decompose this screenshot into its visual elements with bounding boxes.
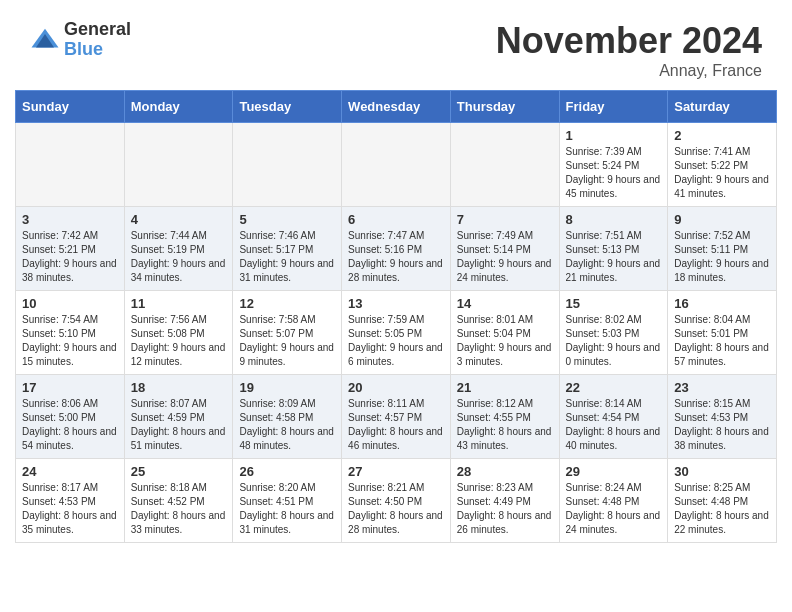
day-info: Sunrise: 7:39 AMSunset: 5:24 PMDaylight:…: [566, 145, 662, 201]
calendar-day-cell: 22Sunrise: 8:14 AMSunset: 4:54 PMDayligh…: [559, 375, 668, 459]
calendar-table: SundayMondayTuesdayWednesdayThursdayFrid…: [15, 90, 777, 543]
day-info: Sunrise: 7:44 AMSunset: 5:19 PMDaylight:…: [131, 229, 227, 285]
day-number: 30: [674, 464, 770, 479]
day-number: 2: [674, 128, 770, 143]
day-number: 21: [457, 380, 553, 395]
calendar-day-cell: 6Sunrise: 7:47 AMSunset: 5:16 PMDaylight…: [342, 207, 451, 291]
day-number: 20: [348, 380, 444, 395]
calendar-day-cell: [16, 123, 125, 207]
day-number: 5: [239, 212, 335, 227]
day-info: Sunrise: 8:01 AMSunset: 5:04 PMDaylight:…: [457, 313, 553, 369]
calendar-day-cell: 24Sunrise: 8:17 AMSunset: 4:53 PMDayligh…: [16, 459, 125, 543]
day-info: Sunrise: 8:18 AMSunset: 4:52 PMDaylight:…: [131, 481, 227, 537]
logo-general: General: [64, 20, 131, 40]
calendar-day-cell: 10Sunrise: 7:54 AMSunset: 5:10 PMDayligh…: [16, 291, 125, 375]
calendar-day-cell: 1Sunrise: 7:39 AMSunset: 5:24 PMDaylight…: [559, 123, 668, 207]
day-info: Sunrise: 8:04 AMSunset: 5:01 PMDaylight:…: [674, 313, 770, 369]
calendar-day-cell: 21Sunrise: 8:12 AMSunset: 4:55 PMDayligh…: [450, 375, 559, 459]
day-info: Sunrise: 8:23 AMSunset: 4:49 PMDaylight:…: [457, 481, 553, 537]
day-info: Sunrise: 8:02 AMSunset: 5:03 PMDaylight:…: [566, 313, 662, 369]
day-number: 27: [348, 464, 444, 479]
day-info: Sunrise: 7:56 AMSunset: 5:08 PMDaylight:…: [131, 313, 227, 369]
day-number: 25: [131, 464, 227, 479]
day-info: Sunrise: 7:46 AMSunset: 5:17 PMDaylight:…: [239, 229, 335, 285]
calendar-day-cell: [233, 123, 342, 207]
logo-icon: [30, 25, 60, 55]
day-info: Sunrise: 7:49 AMSunset: 5:14 PMDaylight:…: [457, 229, 553, 285]
calendar-day-cell: 7Sunrise: 7:49 AMSunset: 5:14 PMDaylight…: [450, 207, 559, 291]
calendar-day-cell: 11Sunrise: 7:56 AMSunset: 5:08 PMDayligh…: [124, 291, 233, 375]
calendar-header-row: SundayMondayTuesdayWednesdayThursdayFrid…: [16, 91, 777, 123]
day-number: 11: [131, 296, 227, 311]
day-number: 6: [348, 212, 444, 227]
weekday-header: Wednesday: [342, 91, 451, 123]
day-number: 16: [674, 296, 770, 311]
day-info: Sunrise: 8:14 AMSunset: 4:54 PMDaylight:…: [566, 397, 662, 453]
day-number: 15: [566, 296, 662, 311]
day-info: Sunrise: 7:47 AMSunset: 5:16 PMDaylight:…: [348, 229, 444, 285]
day-number: 28: [457, 464, 553, 479]
day-info: Sunrise: 8:12 AMSunset: 4:55 PMDaylight:…: [457, 397, 553, 453]
day-info: Sunrise: 8:15 AMSunset: 4:53 PMDaylight:…: [674, 397, 770, 453]
day-number: 13: [348, 296, 444, 311]
day-info: Sunrise: 7:58 AMSunset: 5:07 PMDaylight:…: [239, 313, 335, 369]
calendar-week-row: 10Sunrise: 7:54 AMSunset: 5:10 PMDayligh…: [16, 291, 777, 375]
calendar-day-cell: 17Sunrise: 8:06 AMSunset: 5:00 PMDayligh…: [16, 375, 125, 459]
day-info: Sunrise: 8:07 AMSunset: 4:59 PMDaylight:…: [131, 397, 227, 453]
day-number: 22: [566, 380, 662, 395]
day-info: Sunrise: 8:21 AMSunset: 4:50 PMDaylight:…: [348, 481, 444, 537]
day-info: Sunrise: 8:06 AMSunset: 5:00 PMDaylight:…: [22, 397, 118, 453]
month-title: November 2024: [496, 20, 762, 62]
day-number: 9: [674, 212, 770, 227]
day-number: 19: [239, 380, 335, 395]
calendar-day-cell: 18Sunrise: 8:07 AMSunset: 4:59 PMDayligh…: [124, 375, 233, 459]
calendar-week-row: 24Sunrise: 8:17 AMSunset: 4:53 PMDayligh…: [16, 459, 777, 543]
calendar-day-cell: 4Sunrise: 7:44 AMSunset: 5:19 PMDaylight…: [124, 207, 233, 291]
calendar-day-cell: [450, 123, 559, 207]
day-number: 18: [131, 380, 227, 395]
calendar-day-cell: 5Sunrise: 7:46 AMSunset: 5:17 PMDaylight…: [233, 207, 342, 291]
calendar-day-cell: 25Sunrise: 8:18 AMSunset: 4:52 PMDayligh…: [124, 459, 233, 543]
weekday-header: Monday: [124, 91, 233, 123]
calendar-day-cell: 29Sunrise: 8:24 AMSunset: 4:48 PMDayligh…: [559, 459, 668, 543]
day-number: 3: [22, 212, 118, 227]
day-info: Sunrise: 8:20 AMSunset: 4:51 PMDaylight:…: [239, 481, 335, 537]
calendar-day-cell: [342, 123, 451, 207]
page-header: General Blue November 2024 Annay, France: [0, 0, 792, 90]
calendar-week-row: 17Sunrise: 8:06 AMSunset: 5:00 PMDayligh…: [16, 375, 777, 459]
day-number: 7: [457, 212, 553, 227]
calendar-day-cell: 28Sunrise: 8:23 AMSunset: 4:49 PMDayligh…: [450, 459, 559, 543]
calendar-day-cell: 14Sunrise: 8:01 AMSunset: 5:04 PMDayligh…: [450, 291, 559, 375]
day-number: 26: [239, 464, 335, 479]
day-number: 17: [22, 380, 118, 395]
day-info: Sunrise: 8:24 AMSunset: 4:48 PMDaylight:…: [566, 481, 662, 537]
calendar-week-row: 1Sunrise: 7:39 AMSunset: 5:24 PMDaylight…: [16, 123, 777, 207]
logo-blue: Blue: [64, 40, 131, 60]
calendar-day-cell: 8Sunrise: 7:51 AMSunset: 5:13 PMDaylight…: [559, 207, 668, 291]
calendar-day-cell: 12Sunrise: 7:58 AMSunset: 5:07 PMDayligh…: [233, 291, 342, 375]
calendar-day-cell: 16Sunrise: 8:04 AMSunset: 5:01 PMDayligh…: [668, 291, 777, 375]
calendar-week-row: 3Sunrise: 7:42 AMSunset: 5:21 PMDaylight…: [16, 207, 777, 291]
calendar-day-cell: 13Sunrise: 7:59 AMSunset: 5:05 PMDayligh…: [342, 291, 451, 375]
calendar-day-cell: 19Sunrise: 8:09 AMSunset: 4:58 PMDayligh…: [233, 375, 342, 459]
weekday-header: Sunday: [16, 91, 125, 123]
day-info: Sunrise: 8:09 AMSunset: 4:58 PMDaylight:…: [239, 397, 335, 453]
calendar-day-cell: [124, 123, 233, 207]
day-info: Sunrise: 8:17 AMSunset: 4:53 PMDaylight:…: [22, 481, 118, 537]
calendar-day-cell: 15Sunrise: 8:02 AMSunset: 5:03 PMDayligh…: [559, 291, 668, 375]
calendar-day-cell: 27Sunrise: 8:21 AMSunset: 4:50 PMDayligh…: [342, 459, 451, 543]
day-number: 12: [239, 296, 335, 311]
calendar-day-cell: 26Sunrise: 8:20 AMSunset: 4:51 PMDayligh…: [233, 459, 342, 543]
day-number: 14: [457, 296, 553, 311]
location: Annay, France: [496, 62, 762, 80]
day-number: 23: [674, 380, 770, 395]
day-info: Sunrise: 8:11 AMSunset: 4:57 PMDaylight:…: [348, 397, 444, 453]
logo: General Blue: [30, 20, 131, 60]
logo-text: General Blue: [64, 20, 131, 60]
day-info: Sunrise: 7:54 AMSunset: 5:10 PMDaylight:…: [22, 313, 118, 369]
calendar-wrapper: SundayMondayTuesdayWednesdayThursdayFrid…: [0, 90, 792, 558]
day-number: 29: [566, 464, 662, 479]
calendar-day-cell: 2Sunrise: 7:41 AMSunset: 5:22 PMDaylight…: [668, 123, 777, 207]
calendar-day-cell: 3Sunrise: 7:42 AMSunset: 5:21 PMDaylight…: [16, 207, 125, 291]
weekday-header: Saturday: [668, 91, 777, 123]
